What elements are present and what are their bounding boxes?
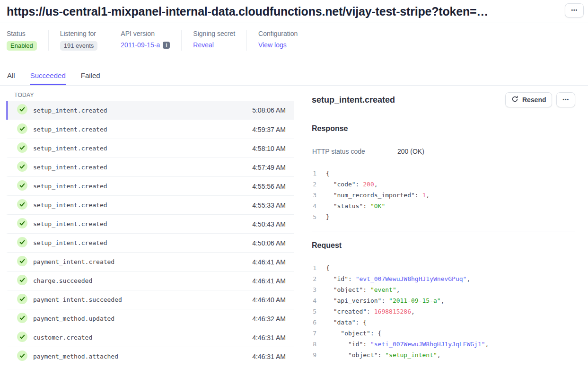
event-name: setup_intent.created (33, 202, 107, 209)
http-status-label: HTTP status code (312, 148, 397, 155)
detail-more-button[interactable]: ••• (556, 92, 575, 107)
view-logs-link[interactable]: View logs (258, 41, 287, 49)
reveal-link[interactable]: Reveal (193, 41, 214, 49)
code-token: "evt_007WewuJW8hgHJ1yWnevGPuq" (356, 275, 467, 282)
code-token: "setup_intent" (385, 351, 437, 359)
event-name: customer.created (33, 334, 92, 341)
event-name: payment_method.updated (33, 315, 114, 322)
list-item[interactable]: payment_intent.succeeded4:46:40 AM (6, 290, 294, 309)
success-check-icon (17, 313, 27, 325)
code-line: 6 "data": { (312, 317, 575, 328)
event-name: setup_intent.created (33, 164, 107, 171)
event-time: 4:46:31 AM (252, 353, 286, 360)
success-check-icon (17, 350, 27, 363)
request-code-block: 1{2 "id": "evt_007WewuJW8hgHJ1yWnevGPuq"… (312, 263, 575, 360)
event-name: setup_intent.created (33, 183, 107, 190)
resend-button[interactable]: Resend (505, 92, 553, 107)
line-number: 1 (312, 168, 316, 179)
status-item-label: Signing secret (193, 30, 235, 37)
list-item[interactable]: setup_intent.created4:57:49 AM (6, 158, 294, 176)
list-item[interactable]: setup_intent.created4:55:33 AM (6, 195, 294, 214)
status-item-label: API version (121, 30, 170, 37)
line-number: 1 (312, 263, 316, 273)
list-item[interactable]: payment_method.attached4:46:31 AM (6, 347, 294, 366)
line-number: 9 (312, 350, 316, 360)
status-item-configuration: ConfigurationView logs (258, 30, 309, 51)
response-code-block: 1{2 "code": 200,3 "num_records_imported"… (312, 168, 575, 222)
success-check-icon (17, 180, 27, 193)
code-token: , (466, 275, 470, 282)
code-token: , (411, 308, 415, 315)
code-token: "code": (326, 181, 363, 188)
line-number: 4 (312, 295, 316, 306)
success-check-icon (17, 218, 27, 230)
code-token: , (396, 286, 400, 293)
status-item-listening-for: Listening for191 events (60, 30, 110, 51)
list-item[interactable]: setup_intent.created4:59:37 AM (6, 120, 294, 139)
status-item-status: StatusEnabled (7, 30, 49, 51)
list-item[interactable]: setup_intent.created5:08:06 AM (6, 101, 294, 120)
resend-button-label: Resend (522, 96, 546, 104)
response-heading: Response (312, 124, 575, 133)
code-line: 3 "object": "event", (312, 284, 575, 295)
success-check-icon (17, 332, 27, 344)
tab-failed[interactable]: Failed (80, 67, 101, 85)
line-number: 3 (312, 284, 316, 295)
code-line: 7 "object": { (312, 328, 575, 339)
tab-all[interactable]: All (7, 67, 16, 85)
code-token: { (326, 264, 330, 272)
list-item[interactable]: customer.created4:46:31 AM (6, 328, 294, 347)
line-number: 2 (312, 273, 316, 284)
detail-header: setup_intent.created Resend ••• (312, 92, 575, 107)
code-token: "id": (326, 275, 356, 282)
list-item[interactable]: setup_intent.created4:50:06 AM (6, 233, 294, 252)
request-heading: Request (312, 241, 575, 250)
list-item[interactable]: payment_intent.created4:46:41 AM (6, 252, 294, 271)
list-item[interactable]: charge.succeeded4:46:41 AM (6, 271, 294, 290)
code-line: 8 "id": "seti_007WewuJW8hgHJ1yJqLFWGj1", (312, 339, 575, 350)
status-item-value: View logs (258, 41, 298, 49)
event-group-label: TODAY (0, 86, 294, 101)
code-line: 2 "id": "evt_007WewuJW8hgHJ1yWnevGPuq", (312, 273, 575, 284)
event-list-panel: TODAY setup_intent.created5:08:06 AMsetu… (0, 86, 294, 367)
success-check-icon (17, 104, 27, 116)
event-time: 4:46:31 AM (252, 334, 286, 342)
list-item[interactable]: payment_method.updated4:46:32 AM (6, 309, 294, 328)
event-name: setup_intent.created (33, 239, 107, 246)
event-name: payment_intent.created (33, 258, 114, 265)
code-line: 5 "created": 1698815286, (312, 306, 575, 317)
line-number: 6 (312, 317, 316, 328)
list-item[interactable]: setup_intent.created4:50:43 AM (6, 214, 294, 233)
code-token: { (326, 170, 330, 177)
2011-09-15-a-link[interactable]: 2011-09-15-a (121, 41, 160, 49)
code-line: 1{ (312, 168, 575, 179)
code-token: , (485, 341, 489, 348)
event-time: 4:55:33 AM (252, 202, 286, 209)
event-time: 4:57:49 AM (252, 164, 286, 171)
event-name: payment_method.attached (33, 353, 118, 360)
section-divider (312, 231, 575, 231)
list-item[interactable]: setup_intent.created4:55:56 AM (6, 176, 294, 195)
code-token: "2011-09-15-a" (389, 297, 441, 304)
event-time: 4:50:06 AM (252, 239, 286, 247)
list-item[interactable]: setup_intent.created4:58:10 AM (6, 139, 294, 158)
event-time: 4:46:41 AM (252, 277, 286, 285)
tab-succeeded[interactable]: Succeeded (30, 67, 66, 85)
line-number: 5 (312, 306, 316, 317)
header-more-button[interactable]: ••• (565, 3, 584, 18)
success-check-icon (17, 237, 27, 249)
code-token: , (441, 297, 445, 304)
line-number: 8 (312, 339, 316, 350)
success-check-icon (17, 294, 27, 306)
event-name: setup_intent.created (33, 107, 107, 114)
status-item-value: Enabled (7, 41, 37, 51)
code-token: 1698815286 (374, 308, 411, 315)
code-token: , (426, 192, 430, 199)
line-number: 4 (312, 201, 316, 211)
info-icon[interactable]: i (163, 42, 170, 49)
code-line: 9 "object": "setup_intent", (312, 350, 575, 360)
status-item-signing-secret: Signing secretReveal (193, 30, 247, 51)
event-time: 4:46:40 AM (252, 296, 286, 304)
code-token: "event" (370, 286, 396, 293)
success-check-icon (17, 161, 27, 174)
